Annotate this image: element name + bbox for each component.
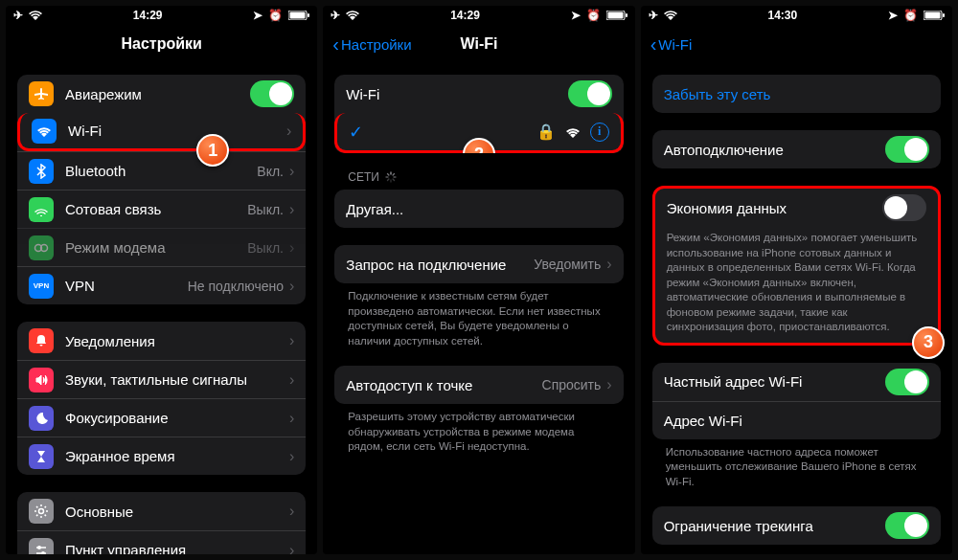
row-label: Экономия данных	[667, 200, 882, 216]
row-other-network[interactable]: Другая...	[334, 190, 623, 228]
row-airplane[interactable]: Авиарежим	[17, 75, 306, 113]
svg-line-15	[387, 174, 388, 175]
low-data-toggle[interactable]	[882, 194, 926, 221]
network-details[interactable]: Забыть эту сеть Автоподключение Экономия…	[641, 63, 952, 554]
svg-point-6	[37, 546, 41, 549]
row-value: Не подключено	[188, 279, 284, 294]
alarm-icon: ⏰	[586, 9, 601, 22]
speaker-icon	[29, 368, 54, 392]
back-label: Настройки	[341, 36, 412, 53]
row-wifi[interactable]: Wi-Fi ›	[17, 113, 306, 151]
row-label: Пункт управления	[65, 542, 289, 554]
row-auto-join[interactable]: Автоподключение	[652, 130, 941, 168]
settings-list[interactable]: Авиарежим Wi-Fi › 1 Bluetooth Вкл. › Сот…	[6, 63, 317, 554]
row-low-data-mode[interactable]: Экономия данных	[655, 189, 938, 227]
row-wifi-address[interactable]: Адрес Wi-Fi	[652, 401, 941, 439]
phone-screen-2: ✈ 14:29 ➤ ⏰ ‹ Настройки Wi-Fi Wi-Fi ✓	[323, 6, 634, 554]
phone-screen-1: ✈ 14:29 ➤ ⏰ Настройки Авиарежим Wi-Fi ›	[6, 6, 317, 554]
wifi-status-icon	[346, 11, 359, 20]
page-title: Настройки	[6, 35, 317, 53]
status-bar: ✈ 14:29 ➤ ⏰	[6, 6, 317, 25]
back-label: Wi-Fi	[658, 36, 692, 53]
bluetooth-icon	[29, 159, 54, 184]
chevron-icon: ›	[606, 376, 611, 393]
chevron-icon: ›	[606, 256, 611, 273]
chevron-icon: ›	[289, 201, 294, 218]
row-label: Wi-Fi	[68, 123, 286, 139]
svg-line-17	[387, 179, 388, 180]
chevron-left-icon: ‹	[650, 34, 657, 56]
airplane-status-icon: ✈	[331, 9, 340, 22]
row-limit-tracking[interactable]: Ограничение трекинга	[652, 506, 941, 545]
row-bluetooth[interactable]: Bluetooth Вкл. ›	[17, 151, 306, 190]
row-label: Уведомления	[65, 333, 289, 349]
hourglass-icon	[29, 444, 54, 469]
row-value: Выкл.	[247, 240, 284, 256]
checkmark-icon: ✓	[349, 122, 363, 143]
moon-icon	[29, 406, 54, 431]
wifi-toggle[interactable]	[568, 80, 612, 107]
row-label: Wi-Fi	[346, 86, 567, 102]
chevron-icon: ›	[289, 371, 294, 389]
row-label: Автоподключение	[664, 142, 885, 158]
row-label: Автодоступ к точке	[346, 377, 541, 393]
wifi-settings[interactable]: Wi-Fi ✓ 🔒 i 2 СЕТИ Другая...	[323, 63, 634, 554]
lock-icon: 🔒	[536, 123, 556, 141]
row-ask-to-join[interactable]: Запрос на подключение Уведомить ›	[334, 245, 623, 283]
status-bar: ✈ 14:29 ➤ ⏰	[323, 6, 634, 25]
info-icon[interactable]: i	[590, 123, 609, 142]
limit-tracking-toggle[interactable]	[885, 512, 929, 539]
row-label: Другая...	[346, 201, 611, 217]
wifi-icon	[32, 119, 57, 144]
status-bar: ✈ 14:30 ➤ ⏰	[641, 6, 952, 25]
battery-icon	[288, 11, 309, 20]
row-value: Уведомить	[534, 257, 601, 272]
spinner-icon	[385, 171, 397, 183]
row-label: Ограничение трекинга	[664, 518, 885, 534]
row-label: Частный адрес Wi-Fi	[664, 373, 885, 390]
footer-low-data: Режим «Экономия данных» помогает уменьши…	[667, 231, 926, 335]
back-button[interactable]: ‹ Wi-Fi	[650, 34, 693, 56]
private-addr-toggle[interactable]	[885, 369, 929, 395]
chevron-left-icon: ‹	[332, 34, 339, 56]
row-private-address[interactable]: Частный адрес Wi-Fi	[652, 363, 941, 401]
row-label: Экранное время	[65, 448, 289, 464]
nav-bar: ‹ Настройки Wi-Fi	[323, 25, 634, 63]
row-hotspot[interactable]: Режим модема Выкл. ›	[17, 228, 306, 266]
battery-icon	[606, 11, 627, 20]
cellular-icon	[29, 197, 54, 222]
sliders-icon	[29, 538, 54, 555]
hotspot-icon	[29, 235, 54, 260]
row-forget-network[interactable]: Забыть эту сеть	[652, 75, 941, 113]
svg-rect-9	[607, 12, 623, 19]
section-networks: СЕТИ	[348, 170, 623, 184]
row-label: Фокусирование	[65, 410, 289, 426]
back-button[interactable]: ‹ Настройки	[332, 34, 411, 56]
row-control-center[interactable]: Пункт управления ›	[17, 530, 306, 554]
step-badge-3: 3	[912, 326, 945, 359]
row-general[interactable]: Основные ›	[17, 492, 306, 530]
row-label: Режим модема	[65, 239, 247, 256]
row-focus[interactable]: Фокусирование ›	[17, 398, 306, 437]
row-value: Выкл.	[247, 202, 284, 217]
row-label: Звуки, тактильные сигналы	[65, 371, 289, 388]
row-notifications[interactable]: Уведомления ›	[17, 322, 306, 360]
row-cellular[interactable]: Сотовая связь Выкл. ›	[17, 190, 306, 228]
airplane-toggle[interactable]	[250, 80, 294, 107]
row-auto-hotspot[interactable]: Автодоступ к точке Спросить ›	[334, 366, 623, 404]
svg-rect-21	[943, 13, 945, 17]
svg-rect-20	[924, 12, 940, 19]
airplane-status-icon: ✈	[649, 9, 658, 22]
row-wifi-toggle[interactable]: Wi-Fi	[334, 75, 623, 113]
location-icon: ➤	[571, 9, 581, 22]
footer-ask-join: Подключение к известным сетям будет прои…	[348, 289, 609, 348]
row-sounds[interactable]: Звуки, тактильные сигналы ›	[17, 360, 306, 398]
row-label: Основные	[65, 504, 289, 520]
footer-auto-hotspot: Разрешить этому устройству автоматически…	[348, 410, 609, 455]
row-screentime[interactable]: Экранное время ›	[17, 437, 306, 475]
row-vpn[interactable]: VPN VPN Не подключено ›	[17, 266, 306, 304]
status-time: 14:29	[450, 9, 480, 22]
row-value: Вкл.	[257, 164, 284, 179]
chevron-icon: ›	[289, 278, 294, 295]
auto-join-toggle[interactable]	[885, 136, 929, 163]
